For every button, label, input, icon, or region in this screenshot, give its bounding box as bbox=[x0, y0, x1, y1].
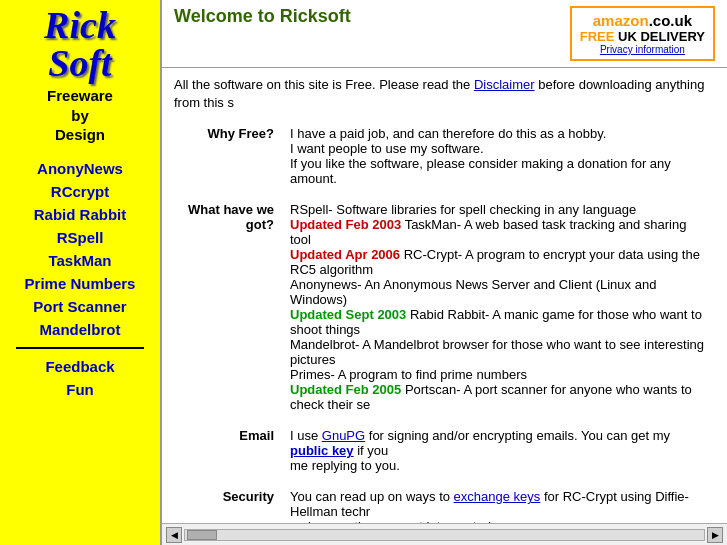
spacer-row bbox=[174, 190, 715, 198]
sidebar-item-anonynews[interactable]: AnonyNews bbox=[0, 157, 160, 180]
why-free-row: Why Free? I have a paid job, and can the… bbox=[174, 122, 715, 190]
page-title: Welcome to Ricksoft bbox=[174, 6, 351, 27]
why-free-label: Why Free? bbox=[174, 122, 284, 190]
sidebar-divider bbox=[16, 347, 144, 349]
info-table: Why Free? I have a paid job, and can the… bbox=[174, 122, 715, 523]
sidebar-item-rabid-rabbit[interactable]: Rabid Rabbit bbox=[0, 203, 160, 226]
sidebar-item-mandelbrot[interactable]: Mandelbrot bbox=[0, 318, 160, 341]
what-row: What have wegot? RSpell- Software librar… bbox=[174, 198, 715, 416]
amazon-banner[interactable]: amazon.co.uk FREE UK DELIVERY Privacy in… bbox=[570, 6, 715, 61]
sidebar-item-port-scanner[interactable]: Port Scanner bbox=[0, 295, 160, 318]
public-key-link[interactable]: public key bbox=[290, 443, 354, 458]
amazon-free-text: FREE UK DELIVERY bbox=[580, 29, 705, 44]
what-label: What have wegot? bbox=[174, 198, 284, 416]
sidebar-nav: AnonyNews RCcrypt Rabid Rabbit RSpell Ta… bbox=[0, 157, 160, 401]
gnupg-link[interactable]: GnuPG bbox=[322, 428, 365, 443]
sidebar: Rick Soft FreewarebyDesign AnonyNews RCc… bbox=[0, 0, 162, 545]
freeware-tagline: FreewarebyDesign bbox=[47, 86, 113, 145]
sidebar-item-rspell[interactable]: RSpell bbox=[0, 226, 160, 249]
disclaimer-link[interactable]: Disclaimer bbox=[474, 77, 535, 92]
exchange-keys-link[interactable]: exchange keys bbox=[454, 489, 541, 504]
security-content: You can read up on ways to exchange keys… bbox=[284, 485, 715, 523]
horizontal-scrollbar[interactable]: ◀ ▶ bbox=[162, 523, 727, 545]
sidebar-item-fun[interactable]: Fun bbox=[0, 378, 160, 401]
intro-paragraph: All the software on this site is Free. P… bbox=[174, 76, 715, 112]
security-label: Security bbox=[174, 485, 284, 523]
scroll-thumb[interactable] bbox=[187, 530, 217, 540]
scroll-track[interactable] bbox=[184, 529, 705, 541]
amazon-privacy[interactable]: Privacy information bbox=[580, 44, 705, 55]
email-row: Email I use GnuPG for signing and/or enc… bbox=[174, 424, 715, 477]
sidebar-item-rccrypt[interactable]: RCcrypt bbox=[0, 180, 160, 203]
email-label: Email bbox=[174, 424, 284, 477]
security-row: Security You can read up on ways to exch… bbox=[174, 485, 715, 523]
scroll-right-arrow[interactable]: ▶ bbox=[707, 527, 723, 543]
why-free-content: I have a paid job, and can therefore do … bbox=[284, 122, 715, 190]
spacer-row3 bbox=[174, 477, 715, 485]
what-content: RSpell- Software libraries for spell che… bbox=[284, 198, 715, 416]
content-header: Welcome to Ricksoft amazon.co.uk FREE UK… bbox=[162, 0, 727, 68]
content-scroll[interactable]: All the software on this site is Free. P… bbox=[162, 68, 727, 523]
logo: Rick Soft bbox=[44, 6, 116, 82]
spacer-row2 bbox=[174, 416, 715, 424]
sidebar-item-taskman[interactable]: TaskMan bbox=[0, 249, 160, 272]
content-area: Welcome to Ricksoft amazon.co.uk FREE UK… bbox=[162, 0, 727, 545]
sidebar-item-feedback[interactable]: Feedback bbox=[0, 355, 160, 378]
amazon-logo: amazon.co.uk bbox=[580, 12, 705, 29]
logo-area: Rick Soft FreewarebyDesign bbox=[0, 0, 160, 149]
scroll-left-arrow[interactable]: ◀ bbox=[166, 527, 182, 543]
email-content: I use GnuPG for signing and/or encryptin… bbox=[284, 424, 715, 477]
sidebar-item-prime-numbers[interactable]: Prime Numbers bbox=[0, 272, 160, 295]
